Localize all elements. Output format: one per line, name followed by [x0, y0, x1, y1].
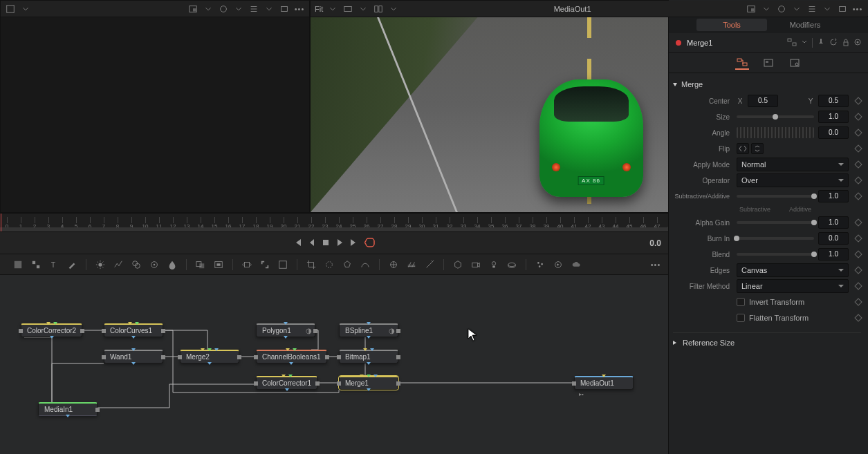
wand-tool-icon[interactable]	[424, 259, 435, 270]
ellipse-mask-icon[interactable]	[324, 259, 335, 270]
tracker-tool-icon[interactable]	[388, 259, 399, 270]
operator-select[interactable]: Over	[737, 173, 849, 187]
inspector-node-name[interactable]: Merge1	[687, 39, 712, 47]
text-tool-icon[interactable]: T	[48, 259, 59, 270]
versions-icon[interactable]	[787, 38, 797, 48]
keyframe-icon[interactable]	[854, 144, 862, 152]
transform-tool-icon[interactable]	[241, 259, 252, 270]
subview-icon[interactable]	[746, 3, 757, 15]
options-list-icon[interactable]	[248, 3, 259, 15]
step-back-button[interactable]	[308, 238, 316, 248]
chevron-down-icon[interactable]	[358, 3, 369, 15]
split-icon[interactable]	[373, 3, 384, 15]
subtab-controls-icon[interactable]	[735, 56, 749, 70]
colorcorrect-tool-icon[interactable]	[131, 259, 142, 270]
tab-tools[interactable]: Tools	[696, 19, 767, 31]
section-reference-header[interactable]: Reference Size	[673, 332, 861, 351]
node-channelbooleans1[interactable]: ChannelBooleans1	[256, 350, 327, 363]
size-slider[interactable]	[737, 115, 814, 118]
viewer-lut-icon[interactable]	[5, 3, 16, 15]
polygon-mask-icon[interactable]	[342, 259, 353, 270]
flip-h-button[interactable]	[737, 143, 749, 154]
keyframe-icon[interactable]	[854, 97, 862, 104]
lock-icon[interactable]	[842, 38, 850, 48]
alpha-gain-slider[interactable]	[737, 221, 814, 224]
keyframe-icon[interactable]	[854, 176, 862, 184]
particle-tool-icon[interactable]	[535, 259, 546, 270]
merge-tool-icon[interactable]	[195, 259, 206, 270]
camera-tool-icon[interactable]	[470, 259, 481, 270]
chevron-down-icon[interactable]	[791, 3, 802, 15]
keyframe-icon[interactable]	[854, 298, 862, 305]
play-button[interactable]	[335, 238, 344, 248]
brightness-tool-icon[interactable]	[95, 259, 106, 270]
more-icon[interactable]: •••	[650, 259, 661, 270]
single-view-icon[interactable]	[279, 3, 290, 15]
keyframe-icon[interactable]	[854, 113, 862, 120]
node-colorcurves1[interactable]: ColorCurves1	[104, 323, 163, 337]
more-icon[interactable]: •••	[852, 3, 863, 15]
keyframe-icon[interactable]	[854, 192, 862, 200]
keyframe-icon[interactable]	[854, 266, 862, 274]
timecode-display[interactable]: 0.0	[649, 238, 661, 248]
bspline-mask-icon[interactable]	[360, 259, 371, 270]
chevron-down-icon[interactable]	[801, 39, 808, 47]
background-tool-icon[interactable]	[12, 259, 24, 270]
cc-tool-icon[interactable]	[277, 259, 288, 270]
more-icon[interactable]: •••	[294, 3, 305, 15]
chevron-down-icon[interactable]	[264, 3, 275, 15]
center-x-input[interactable]: 0.5	[748, 95, 778, 107]
node-mediaout1[interactable]: MediaOut1 ▸•	[574, 376, 634, 390]
stop-button[interactable]	[322, 238, 330, 248]
node-colorcorrector1[interactable]: ColorCorrector1	[256, 376, 317, 390]
time-ruler[interactable]: 0123456789101112131415161718192021222324…	[0, 213, 668, 232]
single-view-icon[interactable]	[837, 3, 848, 15]
burn-slider[interactable]	[737, 237, 814, 240]
node-bspline1[interactable]: BSpline1 ◑	[339, 323, 398, 337]
options-list-icon[interactable]	[806, 3, 818, 15]
node-bitmap1[interactable]: Bitmap1	[339, 350, 398, 363]
edges-select[interactable]: Canvas	[737, 263, 849, 277]
node-graph[interactable]: ColorCorrector2 ColorCurves1 Wand1 Merge…	[0, 275, 668, 454]
color-icon[interactable]	[218, 3, 229, 15]
reset-icon[interactable]	[829, 38, 838, 48]
blend-input[interactable]: 1.0	[818, 248, 849, 261]
keyframe-icon[interactable]	[854, 282, 862, 290]
channel-tool-icon[interactable]	[113, 259, 124, 270]
angle-input[interactable]: 0.0	[818, 126, 849, 139]
crop-tool-icon[interactable]	[306, 259, 317, 270]
fastnoise-tool-icon[interactable]	[30, 259, 41, 270]
keyframe-icon[interactable]	[854, 314, 862, 321]
color-icon[interactable]	[776, 3, 787, 15]
pin-icon[interactable]	[817, 38, 825, 48]
hue-tool-icon[interactable]	[149, 259, 160, 270]
light-tool-icon[interactable]	[488, 259, 499, 270]
planar-tool-icon[interactable]	[406, 259, 417, 270]
paint-tool-icon[interactable]	[66, 259, 77, 270]
node-mediain1[interactable]: MediaIn1	[38, 402, 98, 416]
size-input[interactable]: 1.0	[818, 111, 849, 123]
tab-modifiers[interactable]: Modifiers	[770, 19, 840, 31]
keyframe-icon[interactable]	[854, 160, 862, 168]
matte-tool-icon[interactable]	[213, 259, 224, 270]
rectangle-icon[interactable]	[342, 3, 353, 15]
shape3d-tool-icon[interactable]	[506, 259, 517, 270]
resize-tool-icon[interactable]	[259, 259, 270, 270]
chevron-down-icon[interactable]	[822, 3, 833, 15]
blend-slider[interactable]	[737, 253, 814, 256]
chevron-down-icon[interactable]	[388, 3, 399, 15]
render-tool-icon[interactable]	[553, 259, 564, 270]
keyframe-icon[interactable]	[854, 234, 862, 242]
subadd-input[interactable]: 1.0	[818, 190, 849, 202]
flip-v-button[interactable]	[751, 143, 764, 154]
center-y-input[interactable]: 0.5	[818, 95, 849, 107]
subtab-settings-icon[interactable]	[761, 56, 775, 70]
loop-button[interactable]	[364, 238, 376, 249]
fit-label[interactable]: Fit	[315, 5, 323, 13]
chevron-down-icon[interactable]	[761, 3, 772, 15]
node-merge1[interactable]: Merge1	[339, 376, 398, 390]
chevron-down-icon[interactable]	[233, 3, 244, 15]
angle-dial[interactable]	[737, 127, 814, 138]
enable-dot-icon[interactable]	[854, 39, 861, 47]
alpha-gain-input[interactable]: 1.0	[818, 216, 849, 229]
